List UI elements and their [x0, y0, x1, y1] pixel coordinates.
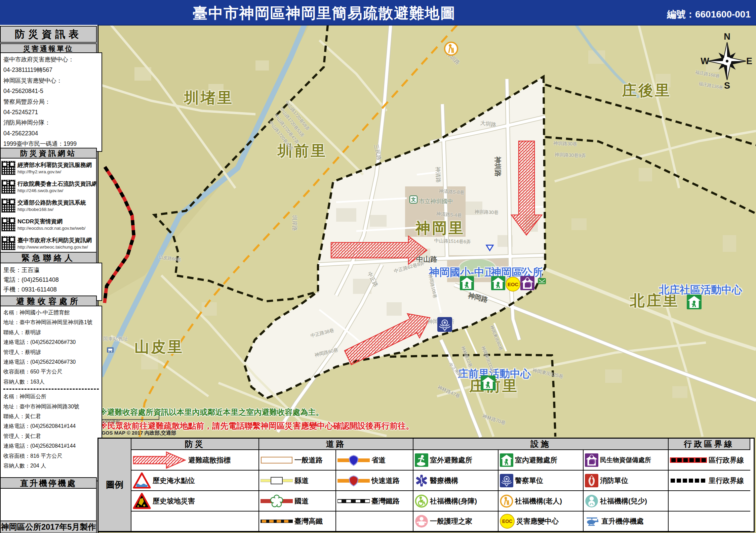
qr-code-icon [1, 236, 15, 250]
map-credit: TGOS MAP © 2017 內政部,交通部 [98, 430, 176, 436]
evacuation-arrow-icon [133, 451, 187, 469]
info-line: 地址：臺中市神岡區神岡里神圳路1號 [3, 317, 99, 327]
expressway-icon [337, 474, 370, 487]
legend-header-disaster: 防災 [131, 439, 259, 450]
legend-header-roads: 道路 [259, 439, 413, 450]
indoor-shelter-icon [687, 295, 702, 311]
police-icon [500, 474, 513, 487]
info-line: 04-25245271 [3, 107, 99, 118]
compass-w: W [701, 56, 709, 66]
contacts-box: 里長：王百瀛電話：(04)25611408手機：0931-611408 [0, 263, 102, 301]
legend-label: 消防單位 [600, 476, 628, 485]
legend-label: 一般道路 [294, 455, 323, 465]
legend-label: 國道 [294, 496, 309, 506]
info-line: 收容面積：816 平方公尺 [3, 451, 99, 461]
website-name: 臺中市政府水利局防災資訊網 [17, 237, 92, 244]
qr-code-icon [1, 180, 15, 194]
qr-code-icon [1, 161, 15, 175]
compass-n: N [724, 32, 730, 42]
info-line: 聯絡人：蔡明諺 [3, 327, 99, 337]
legend-label: 臺灣高鐵 [294, 517, 323, 526]
legend-label: 歷史淹水點位 [153, 476, 195, 485]
svg-text:文: 文 [411, 197, 416, 202]
website-name: 行政院農委會土石流防災資訊網 [17, 180, 97, 188]
info-line: 04-23811119轉567 [3, 65, 99, 75]
eoc-icon: EOC [500, 514, 515, 529]
station-site-icon [107, 347, 114, 354]
landslide-icon [133, 493, 151, 509]
legend-label: 快速道路 [371, 476, 400, 485]
legend-label: 臺灣鐵路 [371, 496, 400, 506]
shelters-box: 名稱：神岡國小-中正體育館地址：臺中市神岡區神岡里神圳路1號聯絡人：蔡明諺連絡電… [0, 306, 102, 481]
website-url: http://246.swcb.gov.tw/ [17, 188, 97, 193]
info-line: 神岡區災害應變中心： [3, 76, 99, 86]
legend-label: 直升機停機處 [601, 517, 644, 526]
info-line: 04-25620841-5 [3, 86, 99, 96]
supplies-depot-icon [585, 453, 598, 467]
info-line: 電話：(04)25611408 [3, 275, 99, 285]
website-entry: 行政院農委會土石流防災資訊網http://246.swcb.gov.tw/ [1, 177, 96, 196]
junior-high-campus [405, 186, 466, 237]
website-url: http://fhy2.wra.gov.tw/ [17, 169, 92, 175]
legend-label: 社福機構(老人) [515, 496, 562, 506]
info-line: 04-25622304 [3, 128, 99, 139]
compass-rose: N E S W [699, 31, 756, 91]
website-entry: 臺中市政府水利局防災資訊網http://www.wrbeoc.taichung.… [1, 234, 96, 253]
website-entry: NCDR災害情資網http://eocdss.ncdr.nat.gov.tw/w… [1, 215, 96, 234]
info-line: 警察局豐原分局： [3, 97, 99, 107]
legend-label: 里行政界線 [709, 476, 744, 485]
legend-label: 省道 [371, 455, 386, 465]
heliport-header: 直升機停機處 [0, 477, 97, 489]
report-units-box: 臺中市政府災害應變中心：04-23811119轉567神岡區災害應變中心：04-… [0, 52, 102, 152]
police-icon [437, 317, 452, 333]
legend-header-facilities: 設施 [413, 439, 669, 450]
village-line-icon [670, 477, 707, 484]
info-line: 收容面積：650 平方公尺 [3, 367, 99, 376]
website-url: http://bobe168.tw/ [17, 207, 86, 212]
medical-icon [415, 474, 428, 487]
contacts-header: 緊急聯絡人 [0, 252, 97, 264]
report-lines: 臺中市政府災害應變中心：04-23811119轉567神岡區災害應變中心：04-… [3, 54, 99, 149]
shelter1-info: 名稱：神岡國小-中正體育館地址：臺中市神岡區神岡里神圳路1號聯絡人：蔡明諺連絡電… [3, 308, 99, 387]
legend-label: 歷史坡地災害 [153, 496, 195, 506]
info-line: 連絡電話：(04)25620841#144 [3, 441, 99, 451]
qr-code-icon [1, 217, 15, 231]
contact-lines: 里長：王百瀛電話：(04)25611408手機：0931-611408 [3, 265, 99, 295]
info-line: 連絡電話：(04)25620841#144 [3, 421, 99, 431]
scale-label: 1000英呎 [102, 418, 120, 425]
supplies-depot-icon [520, 276, 534, 292]
website-name: NCDR災害情資網 [17, 218, 85, 225]
info-line: 容納人數：204 人 [3, 461, 99, 471]
website-entry: 交通部公路防救災資訊系統http://bobe168.tw/ [1, 196, 96, 215]
national-highway-icon [261, 494, 293, 508]
fire-department-icon [585, 474, 598, 487]
elderly-welfare-icon [444, 41, 459, 57]
legend-label: 社福機構(兒少) [600, 496, 647, 506]
info-line: 聯絡人：黃仁君 [3, 411, 99, 421]
general-road-icon [261, 456, 293, 464]
legend-label: 社福機構(身障) [430, 496, 477, 506]
legend-label: 避難疏散指標 [188, 455, 231, 465]
child-welfare-icon [585, 494, 598, 508]
provincial-road-icon [337, 453, 370, 467]
sports-field [459, 259, 496, 277]
info-line: 管理人：黃仁君 [3, 431, 99, 441]
info-line: 管理人：蔡明諺 [3, 347, 99, 357]
info-line: 消防局神岡分隊： [3, 118, 99, 128]
map-code: 編號：6601600-001 [667, 8, 751, 21]
legend-label: 縣道 [294, 476, 309, 485]
info-line: 里長：王百瀛 [3, 265, 99, 275]
indoor-shelter-icon [460, 276, 474, 292]
legend-label: 警察單位 [515, 476, 543, 485]
website-url: http://eocdss.ncdr.nat.gov.tw/web/ [17, 225, 85, 231]
info-line: 連絡電話：(04)25622406#730 [3, 357, 99, 367]
outdoor-shelter-icon [415, 453, 428, 467]
info-line: 名稱：神岡區公所 [3, 392, 99, 401]
website-list: 經濟部水利署防災資訊服務網http://fhy2.wra.gov.tw/行政院農… [1, 159, 96, 253]
info-line: 容納人數：163人 [3, 377, 99, 387]
county-road-icon [261, 476, 293, 485]
flood-point-icon [133, 472, 151, 489]
page-title: 臺中市神岡區神岡里簡易疏散避難地圖 [0, 3, 648, 23]
website-name: 經濟部水利署防災資訊服務網 [17, 162, 92, 169]
legend-label: 災害應變中心 [516, 517, 559, 526]
